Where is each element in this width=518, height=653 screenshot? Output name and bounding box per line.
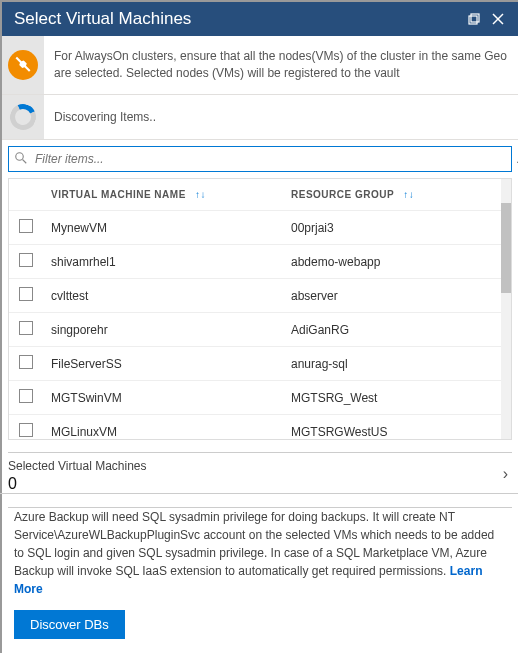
cell-vm-name: MGTSwinVM bbox=[43, 381, 283, 415]
row-checkbox[interactable] bbox=[19, 219, 33, 233]
cell-resource-group: abserver bbox=[283, 279, 501, 313]
cell-vm-name: shivamrhel1 bbox=[43, 245, 283, 279]
cell-vm-name: FileServerSS bbox=[43, 347, 283, 381]
selected-count: 0 bbox=[8, 475, 512, 493]
vm-table: VIRTUAL MACHINE NAME ↑↓ RESOURCE GROUP ↑… bbox=[8, 178, 512, 440]
chevron-right-icon[interactable]: › bbox=[503, 465, 508, 483]
scrollbar-thumb[interactable] bbox=[501, 203, 511, 293]
sort-icon: ↑↓ bbox=[195, 189, 206, 200]
row-checkbox[interactable] bbox=[19, 321, 33, 335]
cell-resource-group: MGTSRG_West bbox=[283, 381, 501, 415]
tools-icon bbox=[2, 36, 44, 94]
selected-label: Selected Virtual Machines bbox=[8, 459, 512, 473]
header-checkbox[interactable] bbox=[9, 179, 43, 211]
svg-rect-0 bbox=[469, 16, 477, 24]
cell-resource-group: 00prjai3 bbox=[283, 211, 501, 245]
row-checkbox[interactable] bbox=[19, 355, 33, 369]
scrollbar[interactable] bbox=[501, 179, 511, 439]
svg-line-5 bbox=[23, 159, 27, 163]
table-row[interactable]: MynewVM00prjai3 bbox=[9, 211, 501, 245]
discover-banner-text: Discovering Items.. bbox=[44, 101, 166, 134]
table-row[interactable]: MGLinuxVMMGTSRGWestUS bbox=[9, 415, 501, 441]
cell-resource-group: anurag-sql bbox=[283, 347, 501, 381]
cell-resource-group: AdiGanRG bbox=[283, 313, 501, 347]
selected-section[interactable]: Selected Virtual Machines 0 › bbox=[8, 452, 512, 493]
dialog-title: Select Virtual Machines bbox=[14, 9, 462, 29]
row-checkbox[interactable] bbox=[19, 389, 33, 403]
info-banner: For AlwaysOn clusters, ensure that all t… bbox=[2, 36, 518, 95]
discover-dbs-button[interactable]: Discover DBs bbox=[14, 610, 125, 639]
filter-input[interactable] bbox=[33, 151, 505, 167]
footer: Azure Backup will need SQL sysadmin priv… bbox=[1, 493, 518, 653]
close-icon[interactable] bbox=[486, 7, 510, 31]
cell-resource-group: abdemo-webapp bbox=[283, 245, 501, 279]
cell-resource-group: MGTSRGWestUS bbox=[283, 415, 501, 441]
table-row[interactable]: MGTSwinVMMGTSRG_West bbox=[9, 381, 501, 415]
search-icon bbox=[15, 152, 27, 167]
footer-text: Azure Backup will need SQL sysadmin priv… bbox=[14, 510, 494, 578]
table-row[interactable]: FileServerSSanurag-sql bbox=[9, 347, 501, 381]
header-vm-name[interactable]: VIRTUAL MACHINE NAME ↑↓ bbox=[43, 179, 283, 211]
titlebar: Select Virtual Machines bbox=[2, 2, 518, 36]
cell-vm-name: MynewVM bbox=[43, 211, 283, 245]
spinner-icon bbox=[2, 95, 44, 139]
svg-point-4 bbox=[16, 152, 24, 160]
row-checkbox[interactable] bbox=[19, 423, 33, 437]
table-row[interactable]: singporehrAdiGanRG bbox=[9, 313, 501, 347]
row-checkbox[interactable] bbox=[19, 253, 33, 267]
cell-vm-name: MGLinuxVM bbox=[43, 415, 283, 441]
svg-rect-1 bbox=[471, 14, 479, 22]
restore-window-icon[interactable] bbox=[462, 7, 486, 31]
filter-box[interactable]: ▲ bbox=[8, 146, 512, 172]
discover-banner: Discovering Items.. bbox=[2, 95, 518, 140]
header-resource-group[interactable]: RESOURCE GROUP ↑↓ bbox=[283, 179, 501, 211]
table-row[interactable]: cvlttestabserver bbox=[9, 279, 501, 313]
table-row[interactable]: shivamrhel1abdemo-webapp bbox=[9, 245, 501, 279]
header-rg-label: RESOURCE GROUP bbox=[291, 189, 394, 200]
cell-vm-name: cvlttest bbox=[43, 279, 283, 313]
cell-vm-name: singporehr bbox=[43, 313, 283, 347]
header-vm-name-label: VIRTUAL MACHINE NAME bbox=[51, 189, 186, 200]
info-banner-text: For AlwaysOn clusters, ensure that all t… bbox=[44, 40, 518, 90]
row-checkbox[interactable] bbox=[19, 287, 33, 301]
sort-icon: ↑↓ bbox=[403, 189, 414, 200]
